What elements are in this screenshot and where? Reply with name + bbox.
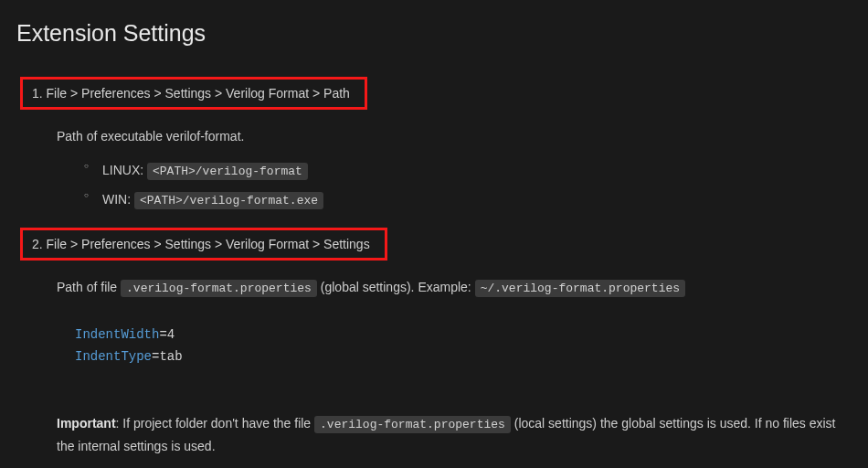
important-note: Important: If project folder don't have … (57, 412, 842, 459)
snippet-line: IndentWidth=4 (75, 324, 852, 346)
win-label: WIN: (102, 192, 134, 207)
config-value: =tab (152, 349, 183, 364)
snippet-line: IndentType=tab (75, 346, 852, 368)
step-1-breadcrumb: 1. File > Preferences > Settings > Veril… (20, 77, 367, 110)
win-path-code: <PATH>/verilog-format.exe (134, 192, 323, 209)
step-1-block: 1. File > Preferences > Settings > Veril… (16, 77, 852, 211)
step-2-description: Path of file .verilog-format.properties … (57, 277, 852, 299)
properties-file-code: .verilog-format.properties (121, 280, 317, 297)
step-2-breadcrumb: 2. File > Preferences > Settings > Veril… (20, 228, 387, 261)
properties-file-code: .verilog-format.properties (314, 416, 511, 433)
config-value: =4 (159, 327, 175, 342)
example-path-code: ~/.verilog-format.properties (475, 280, 685, 297)
list-item: LINUX: <PATH>/verilog-format (84, 160, 852, 182)
step-2-block: 2. File > Preferences > Settings > Veril… (16, 228, 852, 299)
config-example-snippet: IndentWidth=4 IndentType=tab (75, 324, 852, 368)
section-heading: Extension Settings (16, 15, 852, 51)
desc-text: (global settings). Example: (317, 280, 475, 294)
config-key: IndentType (75, 349, 152, 364)
config-key: IndentWidth (75, 327, 159, 342)
linux-path-code: <PATH>/verilog-format (147, 163, 308, 180)
desc-text: Path of file (57, 280, 121, 294)
path-examples-list: LINUX: <PATH>/verilog-format WIN: <PATH>… (84, 160, 852, 211)
linux-label: LINUX: (102, 163, 147, 177)
note-text: : If project folder don't have the file (116, 416, 314, 431)
important-label: Important (57, 416, 116, 431)
step-1-description: Path of executable verilof-format. (57, 126, 852, 146)
list-item: WIN: <PATH>/verilog-format.exe (84, 189, 852, 211)
